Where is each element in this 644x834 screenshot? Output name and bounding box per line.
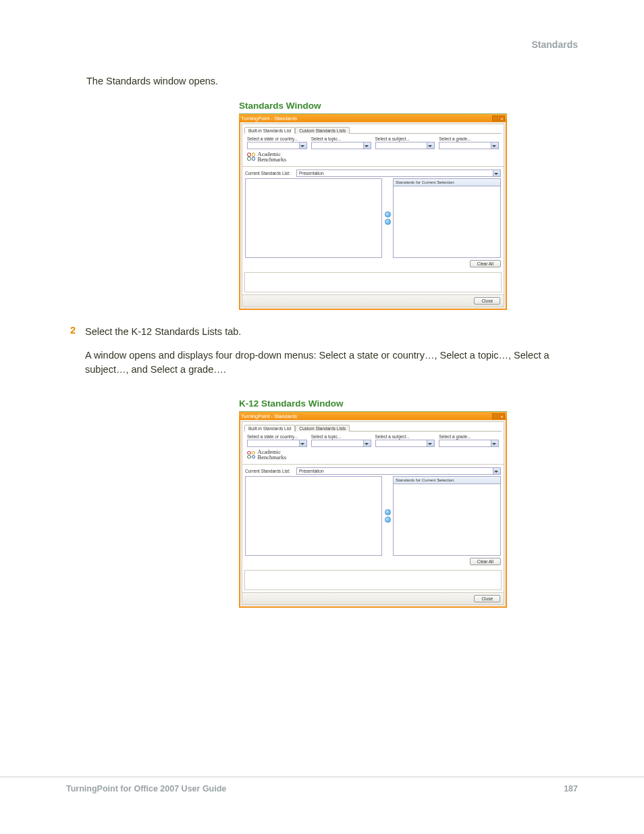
titlebar: TurningPoint - Standards × bbox=[239, 412, 507, 420]
dropdown-state[interactable] bbox=[247, 440, 307, 447]
page-header-section: Standards bbox=[532, 39, 578, 50]
tab-custom-standards[interactable]: Custom Standards Lists bbox=[295, 425, 350, 432]
standards-list-pane[interactable] bbox=[245, 178, 382, 258]
close-button[interactable]: × bbox=[499, 115, 505, 122]
label-state: Select a state or country... bbox=[247, 434, 307, 439]
window-title: TurningPoint - Standards bbox=[241, 413, 297, 419]
minimize-button[interactable] bbox=[492, 413, 498, 419]
close-button[interactable]: × bbox=[499, 413, 505, 419]
academic-benchmarks-logo: Academic Benchmarks bbox=[247, 449, 499, 460]
current-standards-dropdown[interactable]: Presentation bbox=[296, 467, 501, 475]
footer-page-number: 187 bbox=[564, 784, 578, 793]
current-standards-dropdown[interactable]: Presentation bbox=[296, 170, 501, 177]
logo-line2: Benchmarks bbox=[258, 454, 287, 460]
window-title: TurningPoint - Standards bbox=[241, 115, 297, 122]
label-state: Select a state or country... bbox=[247, 136, 307, 141]
selection-pane[interactable] bbox=[393, 484, 501, 556]
close-dialog-button[interactable]: Close bbox=[474, 297, 500, 305]
close-dialog-button[interactable]: Close bbox=[474, 595, 500, 602]
standards-window: TurningPoint - Standards × Built-in Stan… bbox=[239, 113, 507, 310]
label-topic: Select a topic... bbox=[311, 136, 371, 141]
current-standards-label: Current Standards List: bbox=[245, 171, 291, 176]
minimize-button[interactable] bbox=[492, 115, 498, 122]
footer-guide-title: TurningPoint for Office 2007 User Guide bbox=[66, 784, 226, 793]
dropdown-topic[interactable] bbox=[311, 142, 371, 149]
selection-pane-title: Standards for Current Selection bbox=[393, 476, 501, 484]
current-standards-label: Current Standards List: bbox=[245, 469, 291, 473]
label-subject: Select a subject... bbox=[375, 136, 435, 141]
selection-pane[interactable] bbox=[393, 186, 501, 258]
description-area bbox=[244, 272, 502, 292]
remove-standard-button[interactable] bbox=[385, 517, 391, 523]
step2-text: Select the K-12 Standards Lists tab. bbox=[85, 325, 579, 339]
intro-text: The Standards window opens. bbox=[86, 74, 579, 88]
figure2-caption: K-12 Standards Window bbox=[239, 398, 579, 409]
selection-pane-title: Standards for Current Selection bbox=[393, 178, 501, 186]
label-grade: Select a grade... bbox=[439, 434, 499, 439]
clear-all-button[interactable]: Clear All bbox=[470, 558, 501, 565]
logo-line2: Benchmarks bbox=[258, 157, 287, 162]
add-standard-button[interactable] bbox=[385, 211, 391, 217]
tab-builtin-standards[interactable]: Built-in Standards List bbox=[244, 127, 295, 134]
dropdown-subject[interactable] bbox=[375, 440, 435, 447]
description-area bbox=[244, 570, 502, 590]
step-number-2: 2 bbox=[68, 325, 76, 386]
academic-benchmarks-logo: Academic Benchmarks bbox=[247, 151, 499, 162]
figure1-caption: Standards Window bbox=[239, 101, 579, 111]
step2-paragraph: A window opens and displays four drop-do… bbox=[85, 348, 579, 377]
clear-all-button[interactable]: Clear All bbox=[470, 260, 501, 267]
standards-list-pane[interactable] bbox=[245, 476, 382, 556]
dropdown-grade[interactable] bbox=[439, 440, 499, 447]
titlebar: TurningPoint - Standards × bbox=[239, 114, 507, 122]
dropdown-topic[interactable] bbox=[311, 440, 371, 447]
dropdown-subject[interactable] bbox=[375, 142, 435, 149]
k12-standards-window: TurningPoint - Standards × Built-in Stan… bbox=[239, 411, 507, 608]
remove-standard-button[interactable] bbox=[385, 219, 391, 225]
dropdown-state[interactable] bbox=[247, 142, 307, 149]
label-topic: Select a topic... bbox=[311, 434, 371, 439]
label-grade: Select a grade... bbox=[439, 136, 499, 141]
label-subject: Select a subject... bbox=[375, 434, 435, 439]
dropdown-grade[interactable] bbox=[439, 142, 499, 149]
tab-custom-standards[interactable]: Custom Standards Lists bbox=[295, 127, 350, 134]
tab-builtin-standards[interactable]: Built-in Standards List bbox=[244, 425, 295, 432]
add-standard-button[interactable] bbox=[385, 509, 391, 515]
